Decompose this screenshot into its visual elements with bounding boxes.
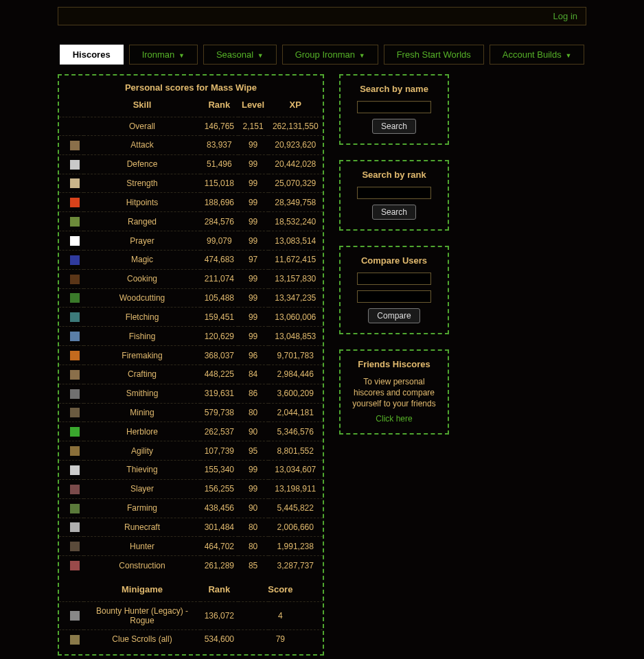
tab-group-ironman[interactable]: Group Ironman ▼ — [282, 45, 378, 65]
search-name-button[interactable]: Search — [372, 119, 416, 134]
skill-xp: 13,347,235 — [268, 288, 323, 308]
skill-icon — [70, 427, 80, 437]
table-row: Cooking211,0749913,157,830 — [59, 269, 323, 288]
skill-name[interactable]: Fletching — [84, 308, 200, 327]
table-row: Hunter464,702801,991,238 — [59, 537, 323, 556]
compare-button[interactable]: Compare — [368, 308, 419, 323]
minigame-header-row: MinigameRankScore — [59, 575, 323, 602]
table-row: Agility107,739958,801,552 — [59, 441, 323, 461]
chevron-down-icon: ▼ — [257, 52, 264, 59]
skill-level: 99 — [238, 479, 268, 498]
minigame-score: 4 — [238, 602, 323, 630]
skill-icon — [70, 178, 80, 188]
skill-name[interactable]: Hunter — [84, 537, 200, 556]
sidebar: Search by name Search Search by rank Sea… — [339, 74, 449, 435]
skill-rank: 438,456 — [200, 498, 238, 518]
skill-level: 90 — [238, 422, 268, 441]
skill-icon — [70, 198, 80, 207]
compare-user1-input[interactable] — [357, 273, 431, 285]
skill-xp: 18,532,240 — [268, 212, 323, 231]
skill-icon — [70, 312, 80, 322]
skill-name[interactable]: Hitpoints — [84, 193, 200, 212]
skill-xp: 8,801,552 — [268, 441, 323, 461]
skill-rank: 115,018 — [200, 174, 238, 193]
skill-xp: 2,006,660 — [268, 518, 323, 537]
search-by-name-box: Search by name Search — [339, 74, 449, 145]
minigame-name[interactable]: Bounty Hunter (Legacy) - Rogue — [84, 602, 200, 630]
skill-level: 85 — [238, 556, 268, 575]
tab-seasonal[interactable]: Seasonal ▼ — [203, 45, 277, 65]
skill-xp: 20,442,028 — [268, 154, 323, 174]
skill-name[interactable]: Prayer — [84, 231, 200, 251]
tabs: HiscoresIronman ▼Seasonal ▼Group Ironman… — [58, 45, 586, 65]
tab-fresh-start-worlds[interactable]: Fresh Start Worlds — [384, 45, 484, 65]
skill-rank: 464,702 — [200, 537, 238, 556]
skill-level: 2,151 — [238, 117, 268, 136]
skill-level: 99 — [238, 231, 268, 251]
skill-rank: 448,225 — [200, 365, 238, 384]
skill-xp: 20,923,620 — [268, 136, 323, 155]
skill-name[interactable]: Defence — [84, 154, 200, 174]
friends-link[interactable]: Click here — [347, 414, 441, 424]
table-row: Slayer156,2559913,198,911 — [59, 479, 323, 498]
skill-name[interactable]: Runecraft — [84, 518, 200, 537]
skill-xp: 262,131,550 — [268, 117, 323, 136]
skill-xp: 13,048,853 — [268, 327, 323, 346]
skill-name[interactable]: Mining — [84, 403, 200, 422]
header-skill: Skill — [84, 95, 200, 117]
skill-name[interactable]: Slayer — [84, 479, 200, 498]
table-row: Overall146,7652,151262,131,550 — [59, 117, 323, 136]
skill-icon — [70, 542, 80, 551]
skill-level: 99 — [238, 212, 268, 231]
skill-name[interactable]: Cooking — [84, 269, 200, 288]
skill-name[interactable]: Attack — [84, 136, 200, 155]
skill-level: 84 — [238, 365, 268, 384]
skill-name[interactable]: Farming — [84, 498, 200, 518]
skill-name[interactable]: Ranged — [84, 212, 200, 231]
scores-panel: Personal scores for Mass Wipe Skill Rank… — [58, 74, 324, 656]
skill-icon — [70, 522, 80, 532]
skill-xp: 2,984,446 — [268, 365, 323, 384]
skill-name[interactable]: Crafting — [84, 365, 200, 384]
skill-name[interactable]: Strength — [84, 174, 200, 193]
skill-name[interactable]: Smithing — [84, 384, 200, 403]
skill-xp: 3,287,737 — [268, 556, 323, 575]
skill-rank: 159,451 — [200, 308, 238, 327]
table-row: Clue Scrolls (all)534,60079 — [59, 630, 323, 649]
login-link[interactable]: Log in — [553, 11, 577, 21]
skill-name[interactable]: Construction — [84, 556, 200, 575]
skill-name[interactable]: Magic — [84, 250, 200, 269]
skill-rank: 319,631 — [200, 384, 238, 403]
skill-name[interactable]: Firemaking — [84, 346, 200, 365]
table-row: Thieving155,3409913,034,607 — [59, 461, 323, 480]
table-row: Fletching159,4519913,060,006 — [59, 308, 323, 327]
skill-icon — [70, 332, 80, 341]
tab-hiscores[interactable]: Hiscores — [60, 45, 124, 65]
skill-icon — [70, 504, 80, 513]
header-minigame-rank: Rank — [200, 575, 238, 602]
skill-name[interactable]: Thieving — [84, 461, 200, 480]
skill-name[interactable]: Fishing — [84, 327, 200, 346]
table-row: Fishing120,6299913,048,853 — [59, 327, 323, 346]
search-name-input[interactable] — [357, 101, 431, 113]
table-row: Herblore262,537905,346,576 — [59, 422, 323, 441]
search-rank-button[interactable]: Search — [372, 205, 416, 220]
skill-name[interactable]: Woodcutting — [84, 288, 200, 308]
tab-ironman[interactable]: Ironman ▼ — [129, 45, 198, 65]
skill-icon — [70, 293, 80, 303]
skill-xp: 25,070,329 — [268, 174, 323, 193]
search-rank-input[interactable] — [357, 187, 431, 199]
compare-user2-input[interactable] — [357, 290, 431, 303]
skill-level: 80 — [238, 537, 268, 556]
table-row: Woodcutting105,4889913,347,235 — [59, 288, 323, 308]
tab-account-builds[interactable]: Account Builds ▼ — [490, 45, 585, 65]
chevron-down-icon: ▼ — [179, 52, 185, 59]
skill-name[interactable]: Overall — [84, 117, 200, 136]
skill-name[interactable]: Herblore — [84, 422, 200, 441]
skill-icon — [70, 236, 80, 246]
skill-level: 97 — [238, 250, 268, 269]
skill-xp: 13,060,006 — [268, 308, 323, 327]
skill-name[interactable]: Agility — [84, 441, 200, 461]
minigame-name[interactable]: Clue Scrolls (all) — [84, 630, 200, 649]
skill-level: 99 — [238, 174, 268, 193]
